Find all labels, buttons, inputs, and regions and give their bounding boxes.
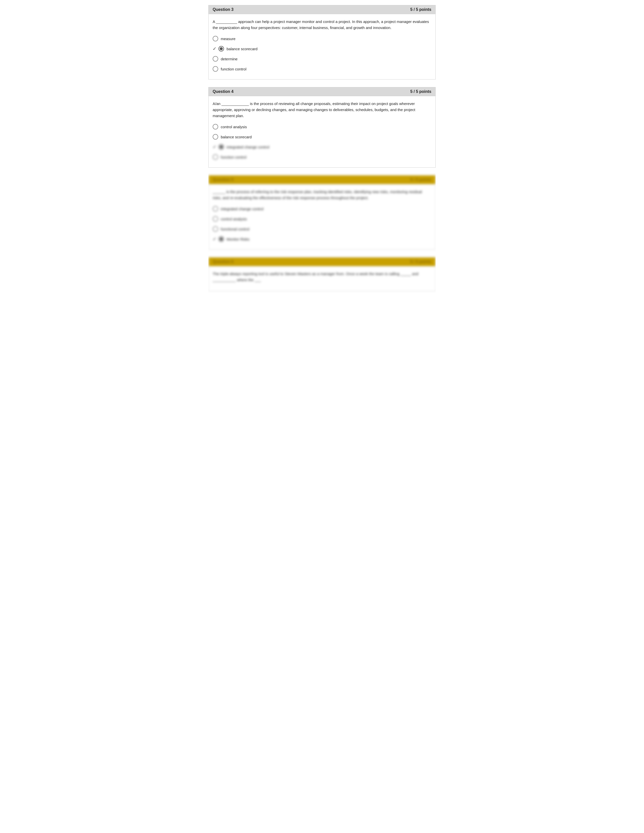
question-6-points: 5 / 5 points bbox=[410, 259, 431, 264]
question-5-points: 5 / 5 points bbox=[410, 177, 431, 182]
q5-radio-3[interactable] bbox=[213, 226, 218, 232]
q3-option-3-label: determine bbox=[221, 57, 238, 61]
q4-option-4-label: function control bbox=[221, 155, 246, 159]
q3-radio-2-inner bbox=[220, 47, 223, 50]
question-3-text: A __________ approach can help a project… bbox=[213, 19, 431, 31]
q5-option-3-label: functional control bbox=[221, 227, 249, 231]
q4-radio-4[interactable] bbox=[213, 154, 218, 160]
q3-radio-3[interactable] bbox=[213, 56, 218, 61]
q5-option-4-label: Monitor Risks bbox=[227, 237, 250, 241]
q4-checkmark: ✓ bbox=[213, 144, 216, 150]
q3-option-4-label: function control bbox=[221, 67, 246, 71]
question-6-block: Question 6 5 / 5 points The triple-alway… bbox=[208, 257, 436, 291]
q4-option-1-label: control analysis bbox=[221, 125, 247, 129]
q5-option-3-row[interactable]: functional control bbox=[213, 226, 431, 232]
q3-radio-2[interactable] bbox=[219, 46, 224, 51]
q5-radio-1[interactable] bbox=[213, 206, 218, 212]
question-6-text: The triple-always reporting tool is usef… bbox=[213, 271, 431, 283]
question-5-header: Question 5 5 / 5 points bbox=[208, 175, 436, 184]
q5-checkmark: ✓ bbox=[213, 236, 216, 242]
q5-radio-4[interactable] bbox=[219, 236, 224, 242]
q3-option-1-label: measure bbox=[221, 37, 235, 41]
q5-radio-4-inner bbox=[220, 238, 223, 241]
q5-option-2-row[interactable]: control analysis bbox=[213, 216, 431, 222]
question-3-label: Question 3 bbox=[213, 7, 233, 12]
question-5-label: Question 5 bbox=[213, 177, 233, 182]
q4-option-2-row[interactable]: balance scorecard bbox=[213, 134, 431, 140]
q5-option-1-row[interactable]: integrated change control bbox=[213, 206, 431, 212]
q4-option-3-label: integrated change control bbox=[227, 145, 269, 149]
question-4-block: Question 4 5 / 5 points A/an ___________… bbox=[208, 87, 436, 167]
question-5-text: ______ is the process of referring to th… bbox=[213, 189, 431, 201]
q4-radio-2[interactable] bbox=[213, 134, 218, 140]
q3-radio-1[interactable] bbox=[213, 36, 218, 42]
q5-option-4-row[interactable]: ✓ Monitor Risks bbox=[213, 236, 431, 242]
q4-option-2-label: balance scorecard bbox=[221, 135, 252, 139]
q4-option-3-row[interactable]: ✓ integrated change control bbox=[213, 144, 431, 150]
q5-option-1-label: integrated change control bbox=[221, 207, 263, 211]
question-3-block: Question 3 5 / 5 points A __________ app… bbox=[208, 5, 436, 79]
q3-option-4-row[interactable]: function control bbox=[213, 66, 431, 72]
q4-option-4-row[interactable]: function control bbox=[213, 154, 431, 160]
q5-option-2-label: control analysis bbox=[221, 217, 247, 221]
question-4-label: Question 4 bbox=[213, 89, 233, 94]
q4-radio-3[interactable] bbox=[219, 144, 224, 150]
q3-option-3-row[interactable]: determine bbox=[213, 56, 431, 61]
q3-option-2-label: balance scorecard bbox=[227, 47, 258, 51]
q3-option-2-row[interactable]: ✓ balance scorecard bbox=[213, 46, 431, 51]
q4-radio-1[interactable] bbox=[213, 124, 218, 130]
question-4-text: A/an _____________ is the process of rev… bbox=[213, 101, 431, 119]
question-5-block: Question 5 5 / 5 points ______ is the pr… bbox=[208, 175, 436, 250]
question-6-label: Question 6 bbox=[213, 259, 233, 264]
question-6-body: The triple-always reporting tool is usef… bbox=[208, 266, 436, 291]
q3-checkmark: ✓ bbox=[213, 46, 216, 51]
q5-radio-2[interactable] bbox=[213, 216, 218, 222]
question-4-body: A/an _____________ is the process of rev… bbox=[208, 96, 436, 167]
question-5-body: ______ is the process of referring to th… bbox=[208, 184, 436, 250]
q4-radio-3-inner bbox=[220, 145, 223, 148]
question-3-header: Question 3 5 / 5 points bbox=[208, 5, 436, 14]
q3-option-1-row[interactable]: measure bbox=[213, 36, 431, 42]
q3-radio-4[interactable] bbox=[213, 66, 218, 72]
q4-option-1-row[interactable]: control analysis bbox=[213, 124, 431, 130]
question-4-header: Question 4 5 / 5 points bbox=[208, 87, 436, 96]
question-3-points: 5 / 5 points bbox=[410, 7, 431, 12]
question-3-body: A __________ approach can help a project… bbox=[208, 14, 436, 79]
question-6-header: Question 6 5 / 5 points bbox=[208, 257, 436, 266]
question-4-points: 5 / 5 points bbox=[410, 89, 431, 94]
